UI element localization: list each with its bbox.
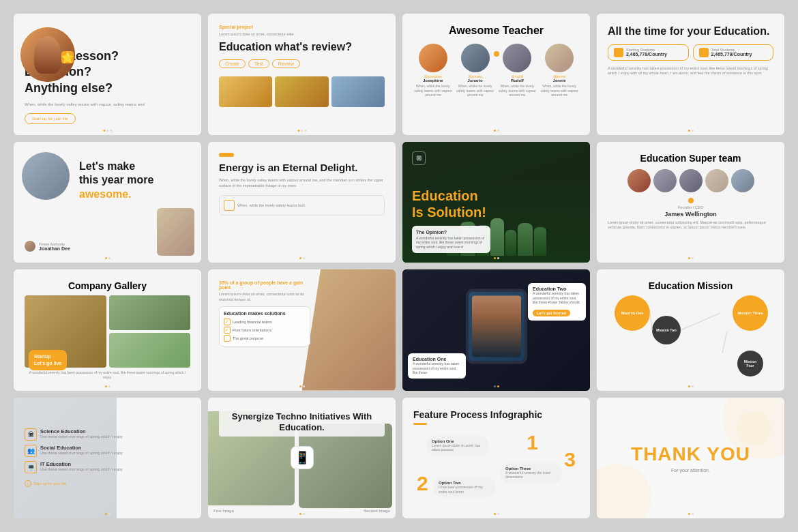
slide11-indicator [494, 385, 499, 387]
slide3-teacher1-avatar [419, 44, 447, 72]
slide10-sol-title: Education makes solutions [224, 311, 306, 316]
slide14-phone-icon: 📱 [295, 450, 310, 465]
slide6-bottom-box: When, while the lovely safety teams both [219, 195, 385, 216]
slide14-content: Synergize Techno Initiatives With Educat… [219, 409, 385, 437]
slide13-social-title: Social Education [40, 445, 123, 451]
slide4-stat-row: Starting Students 2,465,778/Country Tota… [608, 44, 773, 61]
slide4-stat2-content: Total Students 2,465,778/Country [711, 48, 752, 57]
slide-6: Energy is an Eternal Delight. When, whil… [208, 142, 396, 263]
slide11-person [472, 295, 521, 357]
slide3-title: Awesome Teacher [413, 25, 579, 37]
slide6-orange-rect [219, 153, 234, 157]
slide5-author-avatar [25, 241, 35, 252]
slide11-edu-two-title: Education Two [533, 286, 581, 291]
slide7-opinion-text: A wonderful serenity has taken possessio… [416, 236, 486, 250]
slide4-stat1-value: 2,465,778/Country [626, 52, 667, 57]
slide15-opt3-bubble: Option Three A wonderful serenity the lo… [501, 463, 562, 483]
slide5-avatar [22, 152, 70, 200]
slide9-img2 [109, 295, 191, 330]
slide3-teacher1-name: Josephine [423, 78, 443, 83]
slide1-bottom-bar: Start-up for your life [25, 113, 76, 124]
slide-7: ⊞ Education Is Solution! The Opinion? A … [402, 142, 590, 263]
slide10-check3-row: The great purpose [224, 335, 306, 342]
slide15-num3: 3 [564, 449, 576, 470]
slide-4: All the time for your Education. Startin… [597, 14, 784, 135]
slide13-social-icon: 👥 [25, 445, 37, 457]
slide1-badge: ⭐ [61, 51, 74, 63]
slide10-indicator [299, 385, 305, 387]
slide13-science-title: Science Education [40, 428, 123, 434]
slide5-author-name: Jonathan Dee [39, 246, 70, 251]
slide16-indicator [688, 513, 694, 515]
slide2-btn1[interactable]: Create [219, 59, 246, 68]
slide4-stat1-content: Starting Students 2,465,778/Country [626, 48, 667, 57]
slide2-indicator [297, 130, 306, 132]
slide7-opinion-title: The Opinion? [416, 230, 486, 235]
slide11-edu-one-title: Education One [413, 357, 461, 361]
slide2-btn2[interactable]: Test [248, 59, 269, 68]
slide15-process-area: 1 2 3 Option One Lorem ipsum dolor sit a… [413, 429, 579, 507]
slide4-stat1: Starting Students 2,465,778/Country [608, 44, 689, 61]
slide10-check1-text: Leading financial teams [233, 320, 272, 324]
slide2-img3 [331, 76, 385, 107]
slide-14: Synergize Techno Initiatives With Educat… [208, 398, 396, 519]
slide4-stat2-value: 2,465,778/Country [711, 52, 752, 57]
slide10-check2-text: Pure future orientations [233, 328, 271, 332]
slide14-second-label: Second Image [364, 509, 390, 513]
slide8-avatar3 [679, 169, 703, 192]
slide3-teacher2-desc: When, while the lovely safety teams with… [456, 84, 495, 98]
slide-2: Special project Lorem ipsum dolor sit am… [208, 14, 396, 135]
slide4-title: All the time for your Education. [608, 25, 773, 39]
slide2-btn3[interactable]: Review [272, 59, 300, 68]
slide9-desc: A wonderful serenity has been possession… [25, 370, 190, 380]
slide-9: Company Gallery Startup Let's go live A … [14, 269, 201, 391]
slide5-author-info: Finest Authority Jonathan Dee [39, 242, 70, 251]
slide5-indicator [105, 257, 110, 259]
slide3-teacher-1: @josephine Josephine When, while the lov… [413, 44, 453, 98]
slide15-opt1-bubble: Option One Lorem ipsum dolor sit amet, h… [427, 436, 488, 456]
slide10-check3-icon [224, 335, 231, 342]
slide2-btn-row: Create Test Review [219, 59, 385, 68]
slide13-social-text: Social Education Use these sweet morning… [40, 445, 123, 456]
slide2-special-sub: Lorem ipsum dolor sit amet, consectetur … [219, 32, 385, 38]
slide11-edu-one-box: Education One A wonderful serenity has t… [408, 353, 466, 379]
slide13-it-desc: Use these sweet mornings of spring which… [40, 467, 123, 472]
slide3-teacher3-name: Rudolf [511, 78, 524, 83]
slide15-opt2-desc: It has been possession of my entire soul… [439, 485, 490, 494]
slide3-teacher2-name: Junarto [468, 78, 483, 83]
slide10-check2-icon: ✓ [224, 327, 231, 334]
slide7-title-area: Education Is Solution! [412, 188, 580, 220]
slide13-bottom-icon: ○ [25, 480, 31, 487]
slide14-phone-frame: 📱 [291, 446, 314, 469]
slide8-indicator [688, 257, 694, 259]
slide-10: 35% of a group of people have a gain poi… [208, 269, 396, 391]
slide8-leader-section: Founder / CEO James Wellington [608, 198, 773, 218]
slide-16: THANK YOU For your attention. [597, 398, 784, 519]
slide9-indicator [105, 385, 110, 387]
slide11-edu-one-desc: A wonderful serenity has taken possessio… [413, 361, 461, 375]
slide15-opt2-bubble: Option Two It has been possession of my … [434, 477, 495, 497]
slide-3: Awesome Teacher @josephine Josephine Whe… [402, 14, 590, 135]
slide2-img-row [219, 76, 385, 107]
slide11-device [466, 289, 527, 364]
slide12-indicator [688, 385, 694, 387]
slide2-img2 [275, 76, 328, 107]
slide-13: 🏛 Science Education Use these sweet morn… [14, 398, 201, 519]
slide13-indicator [105, 513, 110, 515]
slide4-stat2: Total Students 2,465,778/Country [693, 44, 774, 61]
slide8-avatar4 [705, 169, 728, 192]
slide10-check2-row: ✓ Pure future orientations [224, 327, 306, 334]
slide13-it-icon: 💻 [25, 461, 37, 473]
slide-15: Feature Process Infographic 1 2 3 Option… [402, 398, 590, 519]
slide15-orange-line [413, 423, 427, 425]
slide13-science-desc: Use these sweet mornings of spring which… [40, 434, 123, 439]
svg-line-2 [722, 331, 727, 353]
slide3-teacher-2: @junarto Junarto When, while the lovely … [456, 44, 495, 98]
slide10-solutions-box: Education makes solutions ✓ Leading fina… [219, 306, 310, 346]
slide8-orange-dot [688, 198, 694, 203]
slide10-person-img [302, 269, 396, 391]
slide3-teacher1-desc: When, while the lovely safety teams with… [413, 84, 453, 98]
slide13-bottom: ○ Start-up for your life [25, 480, 190, 487]
slide11-lets-go[interactable]: Let's get Started [533, 310, 570, 316]
svg-line-1 [681, 313, 720, 330]
